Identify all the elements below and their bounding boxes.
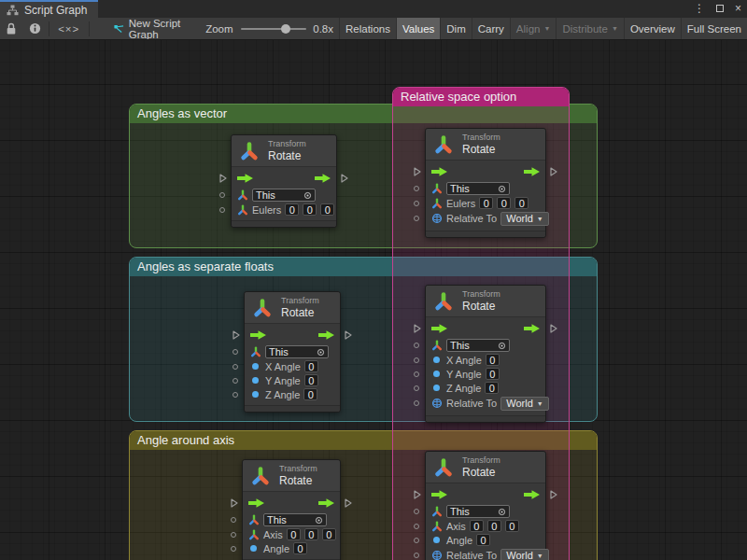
this-dropdown[interactable]: This xyxy=(446,182,510,195)
flow-in-arrow-icon[interactable] xyxy=(237,174,253,183)
relations-button[interactable]: Relations xyxy=(339,18,396,40)
flow-input-port[interactable] xyxy=(219,174,227,183)
value-field-x[interactable]: 0 xyxy=(285,203,299,216)
flow-output-port[interactable] xyxy=(550,490,557,499)
flow-out-arrow-icon[interactable] xyxy=(318,330,334,340)
node-rotate-eulers-relative[interactable]: Transform Rotate This xyxy=(425,128,546,238)
value-field[interactable]: 0 xyxy=(485,382,499,394)
value-input-port[interactable] xyxy=(414,400,419,406)
value-input-port[interactable] xyxy=(233,349,238,355)
carry-button[interactable]: Carry xyxy=(472,18,510,40)
value-input-port[interactable] xyxy=(414,371,419,377)
group-header[interactable]: Relative space option xyxy=(393,88,569,106)
flow-input-port[interactable] xyxy=(414,490,421,499)
value-field[interactable]: 0 xyxy=(486,354,500,366)
value-field-z[interactable]: 0 xyxy=(505,520,519,532)
flow-in-arrow-icon[interactable] xyxy=(250,330,266,340)
flow-in-arrow-icon[interactable] xyxy=(431,490,447,499)
value-field[interactable]: 0 xyxy=(304,374,318,386)
flow-output-port[interactable] xyxy=(341,174,348,183)
this-dropdown[interactable]: This xyxy=(263,513,327,526)
align-button[interactable]: Align ▼ xyxy=(510,18,557,40)
flow-input-port[interactable] xyxy=(233,330,240,340)
value-field[interactable]: 0 xyxy=(293,542,307,554)
value-input-port[interactable] xyxy=(231,517,236,523)
value-field[interactable]: 0 xyxy=(476,534,490,546)
flow-out-arrow-icon[interactable] xyxy=(524,167,540,176)
value-input-port[interactable] xyxy=(219,192,225,198)
flow-in-arrow-icon[interactable] xyxy=(248,498,264,508)
value-input-port[interactable] xyxy=(414,524,419,529)
lock-button[interactable] xyxy=(0,18,23,40)
value-field[interactable]: 0 xyxy=(303,388,317,400)
value-input-port[interactable] xyxy=(414,538,419,543)
value-field-y[interactable]: 0 xyxy=(487,520,501,532)
tab-script-graph[interactable]: Script Graph xyxy=(0,0,98,18)
value-input-port[interactable] xyxy=(414,186,419,191)
value-input-port[interactable] xyxy=(231,546,236,552)
maximize-button[interactable] xyxy=(716,0,724,18)
flow-input-port[interactable] xyxy=(231,498,238,508)
value-field-z[interactable]: 0 xyxy=(514,197,529,209)
flow-out-arrow-icon[interactable] xyxy=(524,490,540,499)
value-input-port[interactable] xyxy=(414,357,419,363)
values-button[interactable]: Values xyxy=(396,18,440,40)
value-input-port[interactable] xyxy=(231,532,236,538)
code-preview-button[interactable]: <×> xyxy=(50,18,87,40)
value-field-z[interactable]: 0 xyxy=(322,528,336,540)
flow-output-port[interactable] xyxy=(550,324,557,333)
flow-output-port[interactable] xyxy=(345,330,352,340)
zoom-slider-track[interactable] xyxy=(241,28,307,30)
this-dropdown[interactable]: This xyxy=(446,505,510,518)
graph-reference-button[interactable]: New Script Graph xyxy=(114,18,194,40)
node-rotate-xyz[interactable]: Transform Rotate This xyxy=(244,291,341,413)
value-field-z[interactable]: 0 xyxy=(320,203,334,216)
value-field[interactable]: 0 xyxy=(486,368,500,380)
this-dropdown[interactable]: This xyxy=(252,189,316,202)
value-field-y[interactable]: 0 xyxy=(497,197,511,209)
info-button[interactable] xyxy=(23,18,47,40)
zoom-slider[interactable] xyxy=(241,18,307,40)
node-rotate-eulers[interactable]: Transform Rotate This xyxy=(231,134,337,228)
relative-to-dropdown[interactable]: World ▼ xyxy=(500,212,548,226)
value-field-x[interactable]: 0 xyxy=(287,528,301,540)
zoom-slider-handle[interactable] xyxy=(281,24,290,34)
value-field-x[interactable]: 0 xyxy=(479,197,493,209)
dim-button[interactable]: Dim xyxy=(440,18,471,40)
node-rotate-axis-angle-relative[interactable]: Transform Rotate This xyxy=(425,451,546,560)
this-dropdown[interactable]: This xyxy=(265,345,329,358)
node-rotate-xyz-relative[interactable]: Transform Rotate This xyxy=(425,285,546,423)
value-input-port[interactable] xyxy=(414,385,419,391)
value-input-port[interactable] xyxy=(233,392,238,398)
flow-in-arrow-icon[interactable] xyxy=(431,167,447,176)
relative-to-dropdown[interactable]: World ▼ xyxy=(500,397,548,411)
overview-button[interactable]: Overview xyxy=(624,18,681,40)
flow-output-port[interactable] xyxy=(345,498,352,508)
close-button[interactable]: × xyxy=(735,0,741,18)
value-field-x[interactable]: 0 xyxy=(470,520,484,532)
flow-input-port[interactable] xyxy=(414,167,421,176)
flow-output-port[interactable] xyxy=(550,167,557,176)
fullscreen-button[interactable]: Full Screen xyxy=(681,18,747,40)
value-input-port[interactable] xyxy=(233,364,238,370)
value-input-port[interactable] xyxy=(414,553,419,558)
flow-input-port[interactable] xyxy=(414,324,421,333)
value-input-port[interactable] xyxy=(219,207,225,213)
this-dropdown[interactable]: This xyxy=(446,339,510,352)
value-field-y[interactable]: 0 xyxy=(304,528,318,540)
window-menu-button[interactable]: ⋮ xyxy=(694,0,705,18)
graph-canvas[interactable]: Angles as vector Angles as separate floa… xyxy=(0,40,747,560)
value-field-y[interactable]: 0 xyxy=(303,203,317,216)
value-field[interactable]: 0 xyxy=(304,360,318,372)
value-input-port[interactable] xyxy=(414,201,419,206)
value-input-port[interactable] xyxy=(414,509,419,514)
relative-to-dropdown[interactable]: World ▼ xyxy=(500,549,548,560)
flow-out-arrow-icon[interactable] xyxy=(524,324,540,333)
flow-out-arrow-icon[interactable] xyxy=(315,174,331,183)
value-input-port[interactable] xyxy=(414,216,419,221)
distribute-button[interactable]: Distribute ▼ xyxy=(556,18,624,40)
node-rotate-axis-angle[interactable]: Transform Rotate This xyxy=(242,459,341,560)
value-input-port[interactable] xyxy=(414,343,419,348)
flow-in-arrow-icon[interactable] xyxy=(431,324,447,333)
value-input-port[interactable] xyxy=(233,378,238,384)
